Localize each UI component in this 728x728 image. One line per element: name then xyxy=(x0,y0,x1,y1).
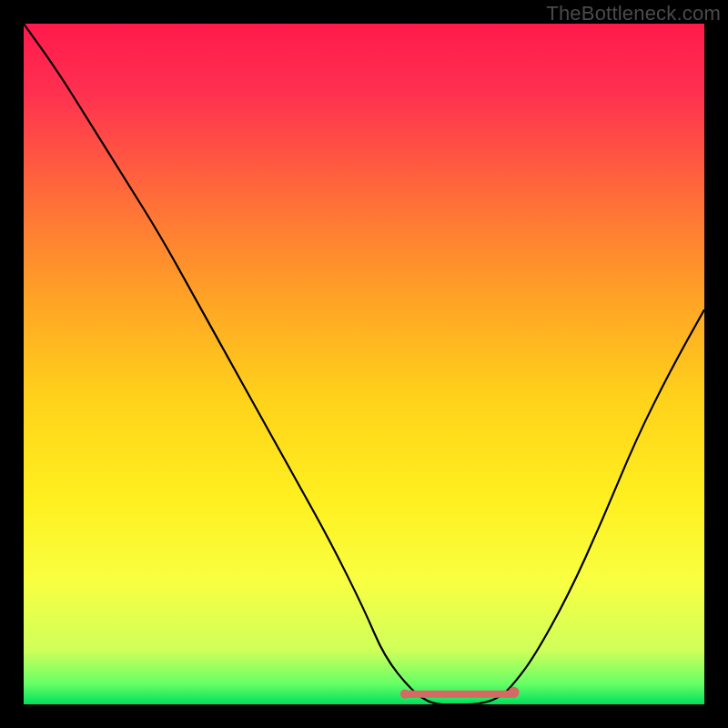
bottleneck-curve xyxy=(24,24,704,704)
chart-frame xyxy=(24,24,704,704)
watermark-text: TheBottleneck.com xyxy=(546,2,721,25)
